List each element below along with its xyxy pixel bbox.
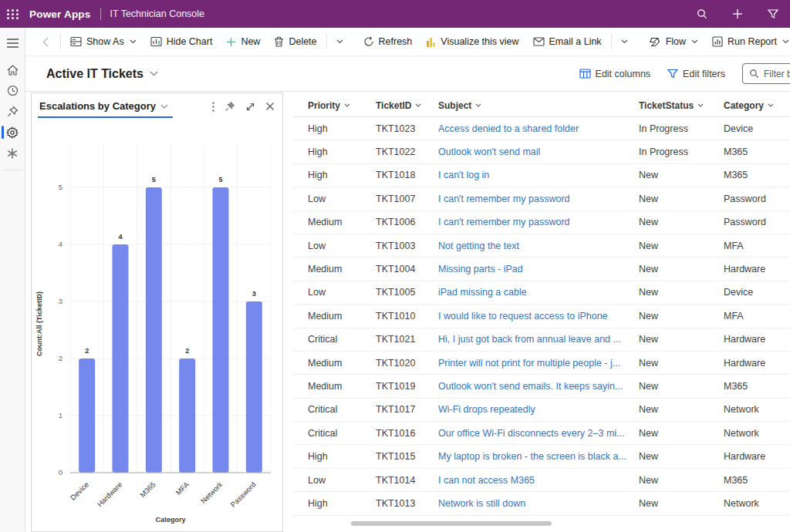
overflow-chevron-button-2[interactable] [614,31,635,52]
column-header-ticketid[interactable]: TicketID [376,100,438,111]
column-header-category[interactable]: Category [724,100,790,111]
subject-link[interactable]: Printer will not print for multiple peop… [438,358,639,369]
table-row[interactable]: HighTKT1022Outlook won't send mailIn Pro… [293,140,790,163]
sidebar-item-home[interactable] [0,59,25,80]
cell-priority: Low [308,241,376,251]
table-row[interactable]: CriticalTKT1021Hi, I just got back from … [293,328,790,352]
table-row[interactable]: LowTKT1005iPad missing a cableNewDevice [293,281,790,305]
subject-link[interactable]: I can't remember my password [438,217,639,227]
subject-link[interactable]: Network is still down [438,498,639,509]
cell-ticketstatus: New [639,311,724,322]
subject-link[interactable]: Our office Wi-Fi disconnects every 2–3 m… [438,428,639,439]
table-row[interactable]: MediumTKT1006I can't remember my passwor… [293,211,790,234]
close-chart-icon[interactable] [265,102,275,111]
expand-chart-icon[interactable] [245,102,255,112]
table-row[interactable]: MediumTKT1004Missing parts - iPadNewHard… [293,258,790,281]
chart-bar[interactable] [113,244,129,473]
chart-bar[interactable] [146,187,162,473]
x-tick-label: MFA [174,480,191,497]
table-row[interactable]: HighTKT1018I can't log inNewM365 [293,164,790,187]
cell-category: Device [724,123,790,134]
edit-filters-button[interactable]: Edit filters [667,69,725,79]
table-row[interactable]: HighTKT1013Network is still downNewNetwo… [293,492,790,515]
filter-by-keyword-box[interactable] [742,63,790,84]
subject-link[interactable]: I would like to request access to iPhone [438,311,639,322]
cell-ticketid: TKT1010 [376,311,438,322]
filter-keyword-input[interactable] [764,69,790,79]
cell-priority: High [308,123,376,134]
search-icon[interactable] [696,8,708,20]
chart-bar[interactable] [213,187,229,473]
cell-ticketstatus: New [639,404,724,415]
subject-link[interactable]: Missing parts - iPad [438,264,639,274]
cell-category: Password [724,217,790,227]
subject-link[interactable]: Outlook won't send emails. It keeps sayi… [438,381,639,392]
subject-link[interactable]: Hi, I just got back from annual leave an… [438,334,639,345]
table-row[interactable]: MediumTKT1010I would like to request acc… [293,305,790,328]
table-row[interactable]: LowTKT1014I can not access M365NewM365 [293,469,790,492]
edit-columns-button[interactable]: Edit columns [579,69,651,79]
table-row[interactable]: LowTKT1007I can't remember my passwordNe… [293,187,790,210]
visualize-view-button[interactable]: Visualize this view [419,31,525,52]
table-row[interactable]: MediumTKT1019Outlook won't send emails. … [293,375,790,398]
cell-priority: Medium [308,358,376,369]
plus-icon [226,37,236,47]
subject-link[interactable]: I can not access M365 [438,475,639,486]
subject-link[interactable]: I can't log in [438,170,639,180]
cell-category: Network [724,498,790,509]
flow-button[interactable]: Flow [641,31,705,52]
column-header-ticketstatus[interactable]: TicketStatus [639,100,724,111]
column-header-priority[interactable]: Priority [308,100,376,111]
pushpin-icon [7,106,19,117]
add-icon[interactable] [731,8,744,20]
show-as-button[interactable]: Show As [63,31,143,52]
run-report-button[interactable]: Run Report [705,31,790,52]
subject-link[interactable]: iPad missing a cable [438,287,639,298]
view-selector[interactable]: Active IT Tickets [46,67,158,81]
cell-priority: Critical [308,428,376,439]
refresh-button[interactable]: Refresh [356,31,420,52]
overflow-chevron-button[interactable] [329,31,350,52]
nav-menu-button[interactable] [0,32,25,53]
table-row[interactable]: CriticalTKT1017Wi-Fi drops repeatedlyNew… [293,399,790,422]
cell-ticketid: TKT1007 [376,194,438,204]
hide-chart-button[interactable]: Hide Chart [143,31,220,52]
cell-category: Hardware [724,264,790,274]
cell-category: Device [724,287,790,298]
table-row[interactable]: LowTKT1003Not getting the textNewMFA [293,234,790,258]
table-row[interactable]: MediumTKT1020Printer will not print for … [293,352,790,375]
subject-link[interactable]: Access denied to a shared folder [438,123,639,134]
pin-chart-icon[interactable] [225,101,235,112]
subject-link[interactable]: Not getting the text [438,241,639,251]
search-icon [749,69,759,79]
sidebar-item-recent[interactable] [0,80,25,101]
new-button[interactable]: New [219,31,267,52]
chart-bar[interactable] [179,359,195,473]
chart-more-icon[interactable] [212,102,214,112]
waffle-icon[interactable] [0,0,26,28]
svg-text:3: 3 [252,290,256,298]
subject-link[interactable]: Wi-Fi drops repeatedly [438,404,639,415]
subject-link[interactable]: My laptop is broken - the screen is blac… [438,451,639,462]
subject-link[interactable]: Outlook won't send mail [438,146,639,157]
email-link-button[interactable]: Email a Link [526,31,609,52]
subject-link[interactable]: I can't remember my password [438,194,639,204]
column-header-subject[interactable]: Subject [438,100,639,111]
filter-icon[interactable] [767,8,779,20]
chart-bar[interactable] [246,301,262,473]
sidebar-item-pinned[interactable] [0,101,25,122]
cell-ticketstatus: New [639,334,724,345]
back-button[interactable] [33,31,58,52]
table-row[interactable]: CriticalTKT1016Our office Wi-Fi disconne… [293,422,790,445]
gear-icon [6,126,19,139]
table-row[interactable]: HighTKT1023Access denied to a shared fol… [293,117,790,140]
sidebar-item-entities[interactable] [0,143,25,163]
sidebar-item-tickets[interactable] [0,122,25,143]
table-row[interactable]: HighTKT1015My laptop is broken - the scr… [293,445,790,468]
delete-button[interactable]: Delete [267,31,323,52]
horizontal-scrollbar[interactable] [351,521,552,526]
cell-priority: High [308,170,376,180]
chart-bar[interactable] [79,359,95,473]
chart-selector[interactable]: Escalations by Category [38,95,173,118]
x-tick-label: Password [228,480,257,509]
